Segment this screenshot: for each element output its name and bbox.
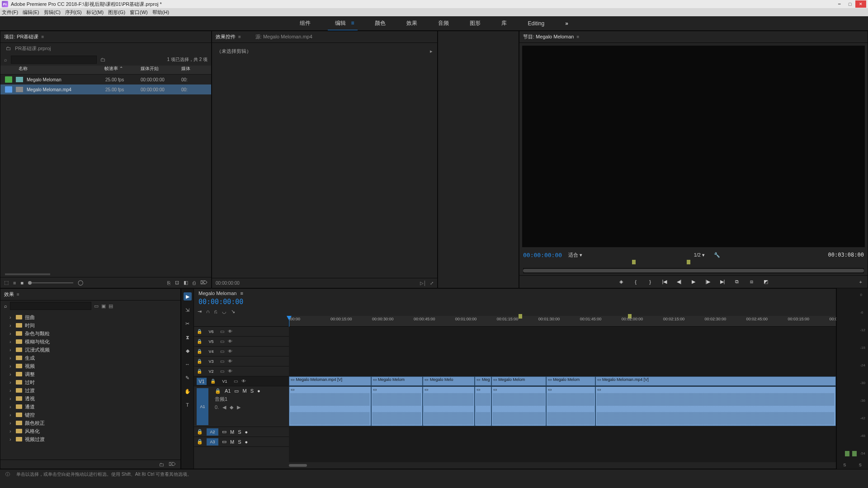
- video-clip[interactable]: ▭ Megalo Melo: [423, 376, 475, 386]
- timeline-ruler[interactable]: :00:0000:00:15:0000:00:30:0000:00:45:000…: [289, 316, 836, 326]
- workspace-tab-active[interactable]: 编辑 ≡: [328, 17, 358, 30]
- audio-clip[interactable]: ▭: [595, 386, 836, 426]
- settings-icon[interactable]: ◡: [222, 309, 226, 314]
- settings-icon[interactable]: 🔧: [714, 252, 720, 258]
- video-track-header[interactable]: 🔒V6▭👁: [194, 327, 289, 337]
- collapse-icon[interactable]: ▸: [430, 48, 433, 54]
- program-scrubber[interactable]: [523, 268, 864, 273]
- solo-button[interactable]: S: [859, 463, 862, 467]
- effects-folder[interactable]: ›视频: [0, 362, 180, 370]
- effects-folder[interactable]: ›过渡: [0, 386, 180, 394]
- sort-icon[interactable]: ◯: [78, 280, 83, 286]
- menu-marker[interactable]: 标记(M): [86, 9, 104, 16]
- extract-button[interactable]: ⧇: [747, 279, 755, 285]
- type-tool[interactable]: T: [184, 401, 192, 409]
- menu-clip[interactable]: 剪辑(C): [44, 9, 61, 16]
- workspace-tab[interactable]: 颜色: [371, 17, 389, 30]
- step-back-button[interactable]: ◀|: [675, 279, 683, 285]
- audio-track-header[interactable]: 🔒A2▭MS●: [194, 427, 289, 437]
- automate-icon[interactable]: ⎘: [167, 280, 170, 286]
- panel-menu-icon[interactable]: ≡: [240, 291, 243, 296]
- add-marker-button[interactable]: ◈: [617, 279, 625, 285]
- freeform-view-icon[interactable]: ■: [20, 280, 24, 286]
- workspace-tab[interactable]: 图形: [466, 17, 484, 30]
- video-track-header[interactable]: 🔒V4▭👁: [194, 347, 289, 357]
- effect-tc[interactable]: 00:00:00:00: [216, 281, 240, 286]
- new-bin-icon[interactable]: 🗀: [159, 462, 164, 467]
- effects-folder[interactable]: ›过时: [0, 378, 180, 386]
- video-track-header[interactable]: 🔒V5▭👁: [194, 337, 289, 347]
- menu-sequence[interactable]: 序列(S): [65, 9, 82, 16]
- mark-out-button[interactable]: }: [646, 279, 654, 285]
- program-video-display[interactable]: [522, 46, 865, 247]
- preset-icon[interactable]: ▣: [101, 303, 106, 309]
- menu-graphics[interactable]: 图形(G): [108, 9, 125, 16]
- project-tab[interactable]: 项目: PR基础课: [4, 33, 38, 40]
- workspace-tab[interactable]: 库: [498, 17, 510, 30]
- menu-help[interactable]: 帮助(H): [152, 9, 169, 16]
- new-bin-icon[interactable]: ◧: [184, 280, 188, 286]
- effects-folder[interactable]: ›生成: [0, 354, 180, 362]
- preset-icon[interactable]: ▭: [94, 303, 99, 309]
- icon-view-icon[interactable]: ≡: [13, 280, 16, 286]
- audio-clip[interactable]: ▭: [423, 386, 475, 426]
- timeline-content[interactable]: ▭ Megalo Meloman.mp4 [V]▭ Megalo Melom▭ …: [289, 327, 836, 462]
- timeline-timecode[interactable]: 00:00:00:00: [198, 298, 243, 306]
- hand-tool[interactable]: ✎: [184, 374, 192, 382]
- effects-folder[interactable]: ›键控: [0, 411, 180, 419]
- close-button[interactable]: ✕: [855, 0, 866, 8]
- find-icon[interactable]: ⊡: [175, 280, 179, 286]
- bin-toggle-icon[interactable]: 🗀: [100, 56, 106, 63]
- panel-menu-icon[interactable]: ≡: [238, 34, 241, 39]
- audio-clip[interactable]: ▭: [289, 386, 371, 426]
- go-to-out-button[interactable]: ▶|: [718, 279, 726, 285]
- timeline-sequence-tab[interactable]: Megalo Meloman: [198, 291, 236, 296]
- panel-menu-icon[interactable]: ≡: [17, 292, 19, 297]
- slip-tool[interactable]: ◆: [184, 347, 192, 355]
- new-item-icon[interactable]: ⎙: [193, 280, 196, 286]
- video-track-header[interactable]: 🔒V3▭👁: [194, 357, 289, 366]
- menu-file[interactable]: 文件(F): [2, 9, 18, 16]
- go-to-in-button[interactable]: |◀: [660, 279, 669, 285]
- effects-folder[interactable]: ›透视: [0, 394, 180, 403]
- preset-icon[interactable]: ▤: [108, 303, 113, 309]
- video-clip[interactable]: ▭ Megalo Melom: [491, 376, 546, 386]
- project-item-row[interactable]: Megalo Meloman 25.00 fps 00:00:00:00 00:: [0, 75, 211, 84]
- workspace-overflow-icon[interactable]: »: [561, 18, 572, 29]
- ripple-edit-tool[interactable]: ✂: [184, 319, 192, 328]
- maximize-button[interactable]: ▢: [844, 0, 855, 8]
- pen-tool[interactable]: ↔: [184, 360, 192, 368]
- effects-folder[interactable]: ›时间: [0, 321, 180, 329]
- track-select-tool[interactable]: ⇲: [184, 306, 192, 314]
- lift-button[interactable]: ⧉: [733, 279, 741, 285]
- video-clip[interactable]: ▭ Megalo Melom: [371, 376, 423, 386]
- zoom-slider[interactable]: [28, 282, 73, 283]
- video-clip[interactable]: ▭ Megalo Meloman.mp4 [V]: [595, 376, 836, 386]
- export-frame-button[interactable]: ◩: [762, 279, 770, 285]
- workspace-tab[interactable]: 音频: [434, 17, 453, 30]
- effects-folder[interactable]: ›颜色校正: [0, 419, 180, 427]
- zoom-tool[interactable]: ✋: [184, 387, 192, 395]
- mark-in-button[interactable]: {: [632, 279, 640, 285]
- button-editor-icon[interactable]: +: [859, 279, 862, 285]
- video-clip[interactable]: ▭ Megalo Melom: [546, 376, 595, 386]
- program-tab[interactable]: 节目: Megalo Meloman: [523, 33, 574, 40]
- solo-button[interactable]: S: [843, 463, 846, 467]
- workspace-tab[interactable]: Editing: [524, 18, 548, 29]
- marker-icon[interactable]: [687, 260, 690, 264]
- effect-controls-tab[interactable]: 效果控件: [216, 33, 236, 40]
- effects-folder[interactable]: ›调整: [0, 370, 180, 378]
- effects-folder[interactable]: ›扭曲: [0, 313, 180, 321]
- delete-icon[interactable]: ⌦: [200, 280, 208, 286]
- workspace-tab[interactable]: 组件: [296, 17, 314, 30]
- workspace-tab[interactable]: 效果: [403, 17, 421, 30]
- video-clip[interactable]: ▭ Meg: [475, 376, 491, 386]
- project-scrollbar[interactable]: [5, 273, 50, 275]
- marker-icon[interactable]: [632, 260, 636, 264]
- list-view-icon[interactable]: ⬚: [4, 280, 9, 286]
- audio-track-header-a1[interactable]: A1 🔒A1▭MS● 音频1 0.◀◆▶: [194, 386, 289, 427]
- effects-search-input[interactable]: [10, 302, 91, 310]
- zoom-fit-dropdown[interactable]: 适合 ▾: [568, 252, 582, 258]
- linked-selection-icon[interactable]: ∩: [206, 309, 210, 314]
- toggle-icon[interactable]: ▷│: [420, 281, 426, 286]
